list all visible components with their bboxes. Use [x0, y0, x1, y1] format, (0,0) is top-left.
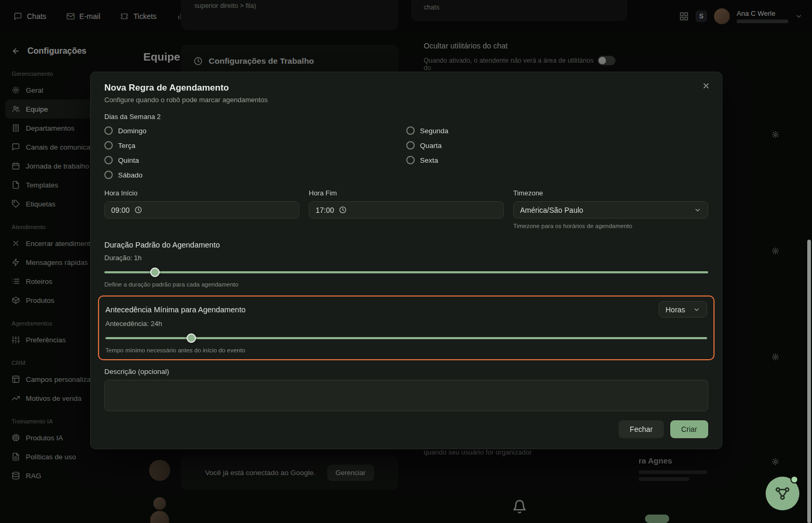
antecedencia-value: Antecedência: 24h: [105, 320, 707, 328]
new-rule-modal: Nova Regra de Agendamento Configure quan…: [90, 72, 722, 449]
day-option-terca[interactable]: Terça: [104, 138, 406, 153]
day-label: Domingo: [118, 127, 146, 135]
day-label: Sábado: [118, 171, 143, 179]
radio-circle: [406, 156, 415, 164]
days-label: Dias da Semana 2: [104, 113, 708, 121]
hora-inicio-label: Hora Início: [104, 189, 299, 197]
radio-circle: [406, 141, 415, 150]
scrollbar[interactable]: [807, 240, 811, 523]
hora-fim-field: Hora Fim 17:00: [309, 189, 504, 229]
radio-circle: [104, 171, 113, 179]
day-option-sabado[interactable]: Sábado: [104, 167, 406, 182]
antecedencia-section: Antecedência Mínima para Agendamento Hor…: [98, 295, 715, 360]
antecedencia-helper: Tempo mínimo necessário antes do início …: [105, 347, 707, 353]
radio-circle: [104, 141, 113, 150]
duracao-slider[interactable]: [104, 268, 708, 277]
clock-icon[interactable]: [134, 206, 142, 214]
antecedencia-title: Antecedência Mínima para Agendamento: [105, 305, 246, 314]
day-label: Quarta: [420, 142, 442, 150]
modal-title: Nova Regra de Agendamento: [104, 83, 708, 93]
unit-value: Horas: [666, 305, 685, 314]
antecedencia-slider-thumb[interactable]: [187, 333, 196, 343]
clock-icon[interactable]: [339, 206, 347, 214]
radio-circle: [104, 156, 113, 164]
day-label: Sexta: [420, 156, 438, 164]
workflow-fab-button[interactable]: [766, 477, 799, 510]
chevron-down-icon: [693, 306, 700, 313]
day-label: Segunda: [420, 127, 448, 135]
workflow-icon: [775, 486, 790, 501]
hora-inicio-value: 09:00: [111, 206, 130, 214]
fechar-button[interactable]: Fechar: [619, 420, 664, 438]
timezone-field: Timezone América/São Paulo Timezone para…: [513, 189, 708, 229]
chevron-down-icon: [694, 206, 701, 214]
days-grid: Domingo Segunda Terça Quarta Quinta Sext…: [104, 123, 708, 182]
fab-badge: [790, 476, 798, 483]
descricao-textarea[interactable]: [104, 380, 708, 411]
descricao-label: Descrição (opcional): [104, 368, 708, 376]
day-label: Quinta: [118, 156, 139, 164]
radio-circle: [104, 126, 113, 135]
timezone-helper: Timezone para os horários de agendamento: [513, 223, 708, 229]
hora-fim-value: 17:00: [316, 206, 334, 214]
day-option-sexta[interactable]: Sexta: [406, 153, 708, 167]
hora-fim-label: Hora Fim: [309, 189, 504, 197]
hora-inicio-input[interactable]: 09:00: [104, 201, 299, 219]
close-icon[interactable]: [701, 81, 711, 91]
radio-circle: [406, 126, 415, 135]
modal-footer: Fechar Criar: [104, 420, 708, 438]
timezone-select[interactable]: América/São Paulo: [513, 201, 708, 219]
day-option-segunda[interactable]: Segunda: [406, 123, 708, 138]
duracao-slider-thumb[interactable]: [150, 268, 160, 277]
hora-fim-input[interactable]: 17:00: [309, 201, 504, 219]
timezone-label: Timezone: [513, 189, 708, 197]
duracao-value: Duração: 1h: [104, 254, 708, 262]
day-option-quarta[interactable]: Quarta: [406, 138, 708, 153]
slider-track: [104, 271, 708, 273]
hora-inicio-field: Hora Início 09:00: [104, 189, 299, 229]
day-option-quinta[interactable]: Quinta: [104, 153, 406, 167]
duracao-title: Duração Padrão do Agendamento: [104, 241, 708, 249]
antecedencia-slider[interactable]: [105, 333, 707, 343]
time-fields-row: Hora Início 09:00 Hora Fim 17:00 Timezon…: [104, 189, 708, 229]
timezone-value: América/São Paulo: [520, 206, 583, 214]
day-label: Terça: [118, 142, 135, 150]
modal-subtitle: Configure quando o robô pode marcar agen…: [104, 96, 708, 104]
unit-select[interactable]: Horas: [659, 301, 707, 318]
duracao-helper: Define a duração padrão para cada agenda…: [104, 281, 708, 288]
criar-button[interactable]: Criar: [670, 420, 708, 438]
day-option-domingo[interactable]: Domingo: [104, 123, 406, 138]
